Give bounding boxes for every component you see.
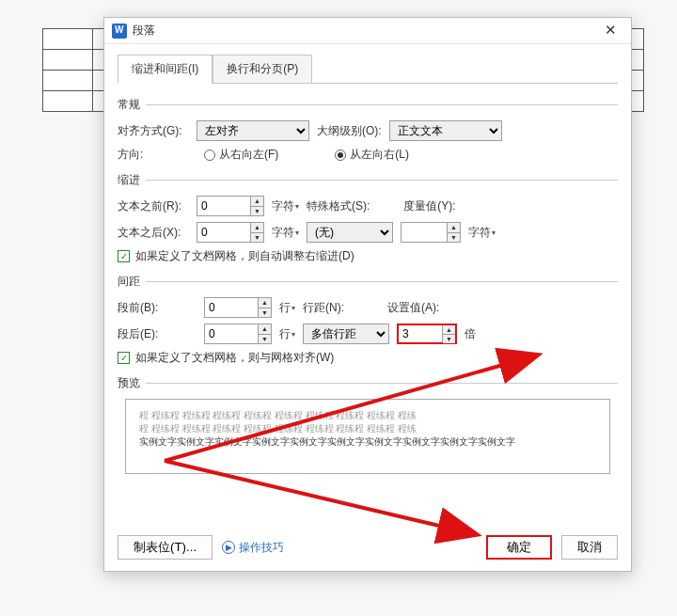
measure-spinner[interactable]: ▲▼ bbox=[401, 222, 461, 243]
paragraph-dialog: 段落 ✕ 缩进和间距(I) 换行和分页(P) 常规 对齐方式(G): 左对齐 大… bbox=[103, 17, 632, 572]
space-after-spinner[interactable]: ▲▼ bbox=[204, 324, 272, 344]
cancel-button[interactable]: 取消 bbox=[561, 535, 618, 560]
set-value-unit: 倍 bbox=[464, 326, 476, 342]
snap-grid-label: 如果定义了文档网格，则与网格对齐(W) bbox=[135, 350, 334, 366]
spinner-down-icon[interactable]: ▼ bbox=[251, 207, 263, 216]
direction-rtl-radio[interactable]: 从右向左(F) bbox=[204, 147, 278, 163]
set-value-label: 设置值(A): bbox=[387, 300, 439, 316]
tips-link[interactable]: ▶ 操作技巧 bbox=[222, 540, 284, 556]
direction-label: 方向: bbox=[118, 147, 165, 163]
spinner-up-icon[interactable]: ▲ bbox=[251, 223, 263, 233]
space-after-label: 段后(E): bbox=[118, 326, 170, 342]
tab-line-page-break[interactable]: 换行和分页(P) bbox=[213, 55, 312, 84]
special-format-label: 特殊格式(S): bbox=[307, 198, 370, 214]
auto-indent-checkbox[interactable]: ✓ 如果定义了文档网格，则自动调整右缩进(D) bbox=[118, 248, 618, 264]
space-before-spinner[interactable]: ▲▼ bbox=[204, 297, 272, 318]
preview-line: 实例文字实例文字实例文字实例文字实例文字实例文字实例文字实例文字实例文字实例文字 bbox=[139, 435, 596, 449]
ok-button[interactable]: 确定 bbox=[486, 535, 552, 560]
spinner-down-icon[interactable]: ▼ bbox=[448, 233, 460, 243]
space-before-label: 段前(B): bbox=[118, 300, 170, 316]
spinner-up-icon[interactable]: ▲ bbox=[259, 324, 271, 335]
outline-label: 大纲级别(O): bbox=[317, 123, 382, 139]
group-spacing-label: 间距 bbox=[118, 274, 140, 290]
group-preview: 预览 程 程练程 程练程 程练程 程练程 程练程 程练程 程练程 程练程 程练 … bbox=[118, 375, 618, 474]
indent-after-label: 文本之后(X): bbox=[118, 225, 189, 241]
group-general-label: 常规 bbox=[118, 97, 140, 113]
direction-rtl-label: 从右向左(F) bbox=[219, 147, 278, 163]
align-select[interactable]: 左对齐 bbox=[197, 120, 309, 141]
group-indent-label: 缩进 bbox=[118, 172, 140, 188]
line-spacing-select[interactable]: 多倍行距 bbox=[303, 324, 389, 344]
titlebar: 段落 ✕ bbox=[104, 18, 631, 44]
direction-ltr-label: 从左向右(L) bbox=[350, 147, 409, 163]
outline-select[interactable]: 正文文本 bbox=[389, 120, 502, 141]
group-general: 常规 对齐方式(G): 左对齐 大纲级别(O): 正文文本 方向: 从右向左(F… bbox=[118, 97, 618, 163]
direction-ltr-radio[interactable]: 从左向右(L) bbox=[335, 147, 409, 163]
group-spacing: 间距 段前(B): ▲▼ 行▾ 行距(N): 设置值(A): 段后(E): ▲▼ bbox=[118, 274, 618, 366]
tab-indent-spacing[interactable]: 缩进和间距(I) bbox=[118, 55, 213, 84]
app-icon bbox=[112, 24, 127, 39]
line-spacing-label: 行距(N): bbox=[303, 300, 344, 316]
spinner-up-icon[interactable]: ▲ bbox=[251, 197, 263, 207]
group-indent: 缩进 文本之前(R): ▲▼ 字符▾ 特殊格式(S): 度量值(Y): 文本之后… bbox=[118, 172, 618, 264]
space-before-input[interactable] bbox=[205, 298, 258, 317]
space-before-unit[interactable]: 行▾ bbox=[279, 300, 295, 316]
preview-line: 程 程练程 程练程 程练程 程练程 程练程 程练程 程练程 程练程 程练 bbox=[139, 409, 596, 422]
align-label: 对齐方式(G): bbox=[118, 123, 189, 139]
measure-unit[interactable]: 字符▾ bbox=[468, 225, 496, 241]
spinner-down-icon[interactable]: ▼ bbox=[259, 335, 271, 344]
spinner-up-icon[interactable]: ▲ bbox=[448, 223, 460, 233]
indent-after-spinner[interactable]: ▲▼ bbox=[197, 222, 264, 243]
tabstops-button[interactable]: 制表位(T)... bbox=[118, 535, 213, 560]
indent-before-label: 文本之前(R): bbox=[118, 198, 189, 214]
indent-before-unit[interactable]: 字符▾ bbox=[272, 198, 299, 214]
tabs: 缩进和间距(I) 换行和分页(P) bbox=[104, 44, 631, 83]
play-icon: ▶ bbox=[222, 541, 235, 554]
spinner-up-icon[interactable]: ▲ bbox=[443, 325, 455, 335]
space-after-unit[interactable]: 行▾ bbox=[279, 326, 295, 342]
spinner-down-icon[interactable]: ▼ bbox=[443, 335, 455, 343]
indent-before-spinner[interactable]: ▲▼ bbox=[197, 196, 264, 216]
group-preview-label: 预览 bbox=[118, 375, 140, 391]
button-bar: 制表位(T)... ▶ 操作技巧 确定 取消 bbox=[104, 524, 631, 571]
spinner-down-icon[interactable]: ▼ bbox=[259, 308, 271, 318]
set-value-spinner[interactable]: ▲▼ bbox=[397, 324, 457, 344]
measure-input[interactable] bbox=[401, 223, 447, 242]
snap-grid-checkbox[interactable]: ✓ 如果定义了文档网格，则与网格对齐(W) bbox=[118, 350, 618, 366]
dialog-title: 段落 bbox=[133, 23, 597, 39]
spinner-up-icon[interactable]: ▲ bbox=[259, 298, 271, 308]
preview-line: 程 程练程 程练程 程练程 程练程 程练程 程练程 程练程 程练程 程练 bbox=[139, 422, 596, 435]
preview-box: 程 程练程 程练程 程练程 程练程 程练程 程练程 程练程 程练程 程练 程 程… bbox=[125, 399, 610, 474]
indent-after-unit[interactable]: 字符▾ bbox=[272, 225, 299, 241]
indent-before-input[interactable] bbox=[197, 197, 250, 215]
set-value-input[interactable] bbox=[399, 325, 442, 342]
tips-label: 操作技巧 bbox=[239, 540, 284, 556]
auto-indent-label: 如果定义了文档网格，则自动调整右缩进(D) bbox=[135, 248, 354, 264]
close-button[interactable]: ✕ bbox=[597, 22, 623, 40]
indent-after-input[interactable] bbox=[197, 223, 250, 242]
measure-label: 度量值(Y): bbox=[403, 198, 455, 214]
spinner-down-icon[interactable]: ▼ bbox=[251, 233, 263, 243]
space-after-input[interactable] bbox=[205, 324, 258, 343]
special-format-select[interactable]: (无) bbox=[307, 222, 393, 243]
